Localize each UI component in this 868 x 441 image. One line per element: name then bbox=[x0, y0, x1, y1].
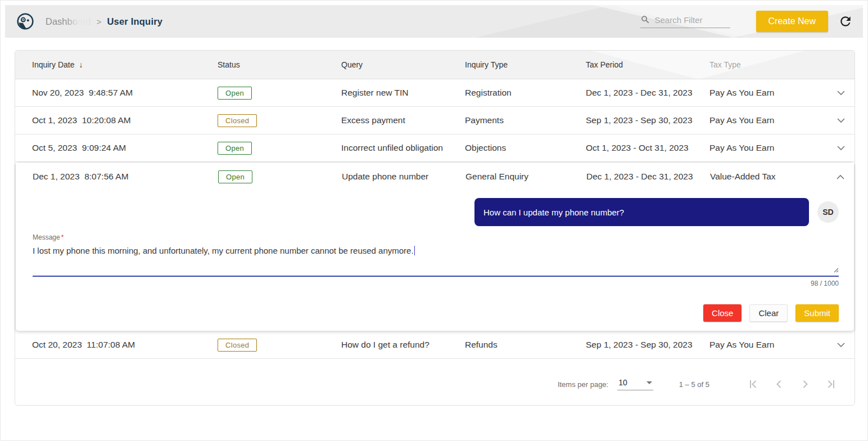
create-new-button[interactable]: Create New bbox=[756, 11, 828, 32]
cell-query: Register new TIN bbox=[341, 88, 465, 98]
previous-page-button[interactable] bbox=[772, 377, 786, 391]
page-size-select[interactable]: 10 bbox=[617, 378, 653, 390]
expanded-inquiry-panel: Dec 1, 2023 8:07:56 AM Open Update phone… bbox=[15, 162, 855, 331]
status-badge: Open bbox=[218, 170, 252, 183]
expand-row-button[interactable] bbox=[837, 146, 845, 151]
table-row[interactable]: Nov 20, 2023 9:48:57 AM Open Register ne… bbox=[15, 79, 855, 107]
cell-tax-type: Pay As You Earn bbox=[709, 340, 828, 350]
cell-query: Update phone number bbox=[342, 172, 465, 182]
page-size-value: 10 bbox=[618, 378, 627, 387]
paginator: Items per page: 10 1 – 5 of 5 bbox=[15, 367, 855, 402]
last-page-icon bbox=[824, 377, 838, 391]
inquiry-detail: How can I update my phone number? SD Mes… bbox=[16, 198, 854, 331]
header-inquiry-date-label: Inquiry Date bbox=[32, 60, 74, 69]
close-button[interactable]: Close bbox=[703, 304, 742, 322]
header-inquiry-type: Inquiry Type bbox=[465, 60, 586, 69]
status-badge: Closed bbox=[218, 114, 257, 127]
message-value: I lost my phone this morning, and unfort… bbox=[33, 246, 414, 255]
action-buttons: Close Clear Submit bbox=[33, 304, 839, 322]
cell-tax-type: Pay As You Earn bbox=[709, 88, 828, 98]
cell-inquiry-date: Dec 1, 2023 8:07:56 AM bbox=[33, 172, 218, 182]
table-row[interactable]: Oct 5, 2023 9:09:24 AM Open Incorrect un… bbox=[15, 134, 855, 162]
page-title: User Inquiry bbox=[107, 16, 163, 27]
status-badge: Open bbox=[218, 142, 252, 155]
top-bar: Dashboard > User Inquiry Create New bbox=[5, 5, 863, 38]
chevron-down-icon bbox=[837, 343, 845, 348]
cell-tax-type: Pay As You Earn bbox=[709, 143, 828, 153]
user-avatar: SD bbox=[817, 201, 839, 223]
message-label-text: Message bbox=[33, 233, 60, 241]
cell-tax-period: Sep 1, 2023 - Sep 30, 2023 bbox=[586, 340, 709, 350]
next-page-button[interactable] bbox=[798, 377, 812, 391]
first-page-button[interactable] bbox=[747, 377, 760, 391]
items-per-page-label: Items per page: bbox=[558, 380, 608, 389]
cell-inquiry-type: Payments bbox=[465, 115, 586, 125]
status-badge: Open bbox=[218, 87, 252, 100]
chevron-up-icon bbox=[837, 174, 844, 179]
clear-button[interactable]: Clear bbox=[749, 304, 788, 322]
breadcrumb-separator: > bbox=[97, 17, 102, 26]
expand-row-button[interactable] bbox=[837, 118, 845, 123]
cell-inquiry-date: Oct 5, 2023 9:09:24 AM bbox=[32, 143, 218, 153]
chevron-down-icon bbox=[837, 91, 845, 96]
sort-desc-icon[interactable]: ↓ bbox=[79, 60, 83, 69]
first-page-icon bbox=[747, 377, 760, 391]
cell-tax-period: Dec 1, 2023 - Dec 31, 2023 bbox=[586, 88, 709, 98]
submit-button[interactable]: Submit bbox=[795, 304, 839, 322]
table-row[interactable]: Oct 1, 2023 10:20:08 AM Closed Excess pa… bbox=[15, 107, 855, 134]
header-query: Query bbox=[341, 60, 465, 69]
search-icon bbox=[640, 15, 650, 25]
table-row-expanded[interactable]: Dec 1, 2023 8:07:56 AM Open Update phone… bbox=[16, 163, 854, 191]
cell-inquiry-type: Registration bbox=[465, 88, 586, 98]
cell-query: Excess payment bbox=[341, 115, 465, 125]
cell-inquiry-date: Oct 20, 2023 11:07:08 AM bbox=[32, 340, 218, 350]
table-row[interactable]: Oct 20, 2023 11:07:08 AM Closed How do I… bbox=[15, 331, 855, 359]
chevron-down-icon bbox=[837, 118, 845, 123]
resize-grip-icon[interactable] bbox=[832, 266, 839, 273]
cell-query: How do I get a refund? bbox=[341, 340, 465, 350]
chat-message-bubble: How can I update my phone number? bbox=[474, 198, 809, 226]
cell-inquiry-date: Oct 1, 2023 10:20:08 AM bbox=[32, 115, 218, 125]
text-cursor bbox=[414, 246, 415, 255]
app-window: Dashboard > User Inquiry Create New bbox=[0, 0, 868, 441]
cell-inquiry-type: Objections bbox=[465, 143, 586, 153]
cell-inquiry-type: Refunds bbox=[465, 340, 586, 350]
search-input[interactable] bbox=[655, 15, 722, 25]
header-tax-type: Tax Type bbox=[709, 60, 828, 69]
breadcrumb-dashboard[interactable]: Dashboard bbox=[46, 16, 91, 27]
page-range-label: 1 – 5 of 5 bbox=[679, 380, 709, 389]
cell-tax-period: Dec 1, 2023 - Dec 31, 2023 bbox=[586, 172, 710, 182]
face-logo-icon bbox=[16, 12, 34, 30]
char-counter: 98 / 1000 bbox=[33, 280, 839, 287]
dropdown-caret-icon bbox=[647, 381, 652, 384]
breadcrumb: Dashboard > User Inquiry bbox=[46, 16, 162, 27]
chevron-right-icon bbox=[798, 377, 812, 391]
table-header-row: Inquiry Date ↓ Status Query Inquiry Type… bbox=[15, 51, 855, 79]
header-inquiry-date[interactable]: Inquiry Date ↓ bbox=[32, 60, 218, 69]
refresh-icon bbox=[838, 14, 853, 29]
chat-thread: How can I update my phone number? SD bbox=[33, 198, 839, 226]
header-status: Status bbox=[218, 60, 341, 69]
expand-row-button[interactable] bbox=[837, 91, 845, 96]
cell-tax-type: Value-Added Tax bbox=[710, 172, 827, 182]
cell-inquiry-type: General Enquiry bbox=[465, 172, 586, 182]
cell-tax-period: Oct 1, 2023 - Oct 31, 2023 bbox=[586, 143, 709, 153]
last-page-button[interactable] bbox=[824, 377, 838, 391]
collapse-row-button[interactable] bbox=[837, 174, 844, 179]
header-tax-period: Tax Period bbox=[586, 60, 709, 69]
message-textarea[interactable]: I lost my phone this morning, and unfort… bbox=[33, 246, 839, 277]
cell-tax-type: Pay As You Earn bbox=[709, 115, 828, 125]
chevron-down-icon bbox=[837, 146, 845, 151]
status-badge: Closed bbox=[218, 339, 257, 352]
search-filter-field[interactable] bbox=[640, 15, 730, 28]
cell-inquiry-date: Nov 20, 2023 9:48:57 AM bbox=[32, 88, 218, 98]
cell-tax-period: Sep 1, 2023 - Sep 30, 2023 bbox=[586, 115, 709, 125]
expand-row-button[interactable] bbox=[837, 343, 845, 348]
required-asterisk: * bbox=[61, 233, 64, 241]
inquiry-table-card: Inquiry Date ↓ Status Query Inquiry Type… bbox=[15, 50, 855, 406]
refresh-button[interactable] bbox=[838, 14, 853, 29]
message-field-label: Message* bbox=[33, 233, 839, 241]
chevron-left-icon bbox=[772, 377, 786, 391]
cell-query: Incorrect unfiled obligation bbox=[341, 143, 465, 153]
